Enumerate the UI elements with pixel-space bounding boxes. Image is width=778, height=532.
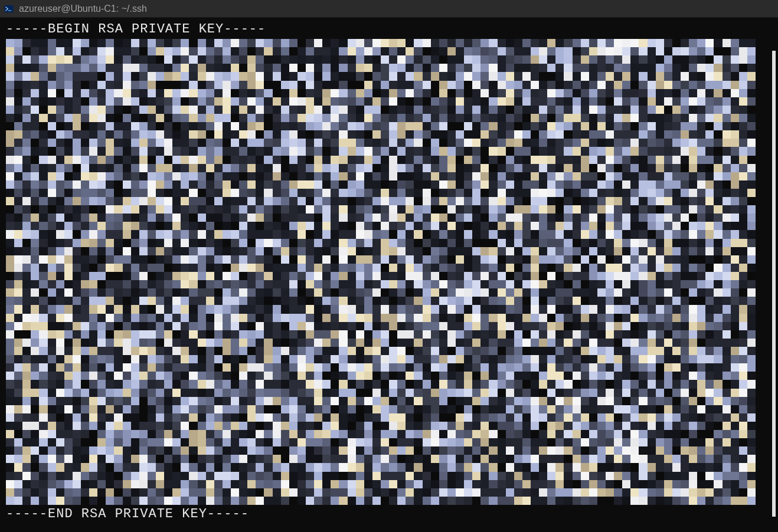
rsa-key-body-redacted bbox=[6, 39, 756, 505]
terminal-viewport[interactable]: -----BEGIN RSA PRIVATE KEY----- -----END… bbox=[0, 18, 778, 532]
svg-rect-0 bbox=[5, 5, 14, 12]
rsa-key-footer: -----END RSA PRIVATE KEY----- bbox=[6, 506, 773, 523]
rsa-key-header: -----BEGIN RSA PRIVATE KEY----- bbox=[6, 21, 773, 38]
powershell-icon bbox=[4, 4, 14, 14]
window-titlebar: azureuser@Ubuntu-C1: ~/.ssh bbox=[0, 0, 778, 18]
vertical-scrollbar[interactable] bbox=[772, 51, 776, 517]
window-title: azureuser@Ubuntu-C1: ~/.ssh bbox=[19, 4, 147, 14]
